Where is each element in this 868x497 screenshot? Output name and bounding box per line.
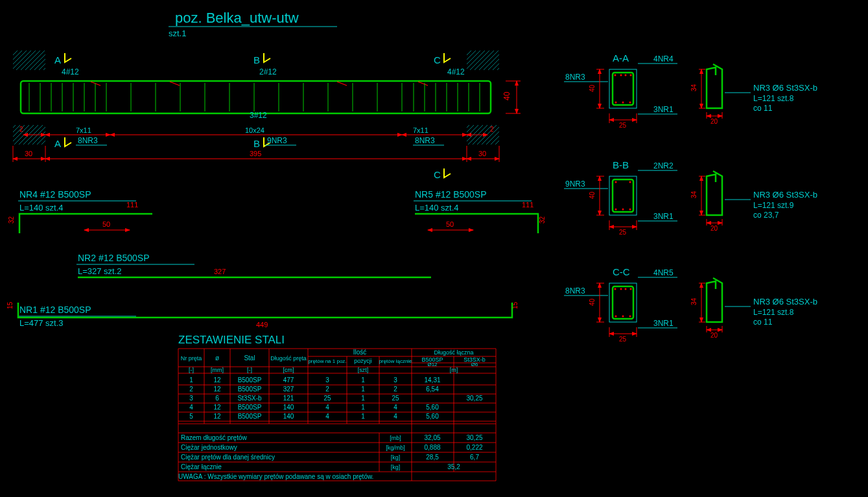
sum2-s: 0,222: [466, 444, 482, 451]
bar-nr2-sub: L=327 szt.2: [78, 266, 122, 276]
bar-nr4: NR4 #12 B500SP L=140 szt.4 111 32 50: [8, 189, 152, 233]
svg-point-112: [620, 288, 622, 290]
svg-point-67: [615, 102, 617, 104]
table-cell: 30,25: [466, 395, 482, 402]
table-cell: 3: [393, 376, 397, 384]
th-poz: pozycji: [354, 358, 372, 364]
stirrup-aa-w: 20: [710, 118, 718, 125]
elevation-view: A B C A B C 4#12 2#12 4#12: [13, 51, 521, 180]
sum1-l: Razem długość prętów: [181, 434, 247, 441]
sum1-u: [mb]: [390, 435, 401, 441]
stirrup-aa-title: NR3 Ø6 St3SX-b: [753, 83, 817, 93]
stirrup-aa-l2: L=121 szt.8: [753, 94, 794, 103]
sum4-l: Ciężar łącznie: [181, 463, 222, 470]
table-cell: 2: [325, 386, 329, 393]
table-cell: 4: [189, 404, 193, 411]
th-plac: prętów łącznie: [379, 358, 412, 364]
table-cell: 25: [323, 395, 331, 402]
bar-nr5-side: 32: [539, 216, 546, 224]
table-rows: 112B500SP47731314,31212B500SP3272126,543…: [178, 376, 496, 421]
table-cell: B500SP: [238, 413, 262, 420]
stirrup-mid: 10x24: [245, 126, 264, 134]
bar-nr4-sub: L=140 szt.4: [19, 203, 64, 213]
sec-bb-top: 2NR2: [653, 161, 674, 170]
stirrup-aa-h: 34: [690, 84, 698, 91]
section-cc: C-C 4NR5 8NR3 3NR1 40 25 34 20 NR3 Ø6 St…: [564, 266, 817, 343]
bar-nr5-len: 111: [522, 201, 534, 209]
u3: [-]: [247, 367, 252, 373]
bar-nr1-title: NR1 #12 B500SP: [19, 305, 91, 315]
table-cell: 1: [361, 404, 365, 411]
sum3-s: 6,7: [470, 454, 479, 461]
table-cell: B500SP: [238, 404, 262, 411]
bar-nr5-sub: L=140 szt.4: [415, 203, 459, 213]
stirrup-cc-h: 34: [690, 297, 698, 305]
th-stal: Stal: [244, 354, 255, 362]
th-dl: Długość pręta: [270, 355, 307, 362]
stirrup-bb-l2: L=121 szt.9: [753, 201, 794, 210]
table-cell: 12: [213, 413, 221, 420]
table-note: UWAGA : Wszystkie wymiary prętów podawan…: [178, 473, 373, 480]
svg-point-89: [629, 181, 631, 183]
stirrup-left: 7x11: [76, 126, 91, 134]
sec-cc-w: 25: [619, 336, 627, 343]
table-cell: 6: [215, 395, 219, 402]
sum2-l: Ciężar jednostkowy: [181, 444, 237, 451]
table-cell: 25: [392, 395, 399, 402]
u6: [m]: [450, 367, 458, 373]
callout-right: 8NR3: [415, 136, 435, 145]
sec-cc-top: 4NR5: [653, 268, 674, 277]
table-cell: 12: [213, 376, 221, 384]
table-cell: 3: [189, 395, 193, 402]
stirrup-bb-l3: co 23,7: [753, 211, 779, 220]
sum2-u: [kg/mb]: [386, 445, 405, 451]
svg-point-115: [615, 316, 617, 318]
svg-point-117: [629, 316, 631, 318]
u2: [mm]: [211, 367, 224, 373]
mark-b-bot: B: [253, 138, 260, 149]
stirrup-cc-l2: L=121 szt.8: [753, 308, 794, 317]
svg-point-65: [625, 75, 627, 76]
svg-point-91: [622, 209, 624, 211]
svg-point-68: [622, 102, 624, 104]
svg-point-63: [615, 75, 616, 76]
top-rebar-mid: 2#12: [259, 67, 277, 76]
bar-nr4-len: 111: [126, 201, 138, 209]
bar-nr5-title: NR5 #12 B500SP: [415, 189, 487, 200]
span-m: 395: [250, 150, 261, 157]
sec-cc-bot: 3NR1: [653, 319, 674, 328]
svg-point-90: [615, 209, 617, 211]
sum4-v: 35,2: [447, 463, 460, 470]
mark-a-top: A: [54, 54, 61, 65]
table-cell: 12: [213, 386, 221, 393]
sec-bb-h: 40: [589, 191, 596, 199]
sum1-b: 32,05: [424, 434, 440, 441]
table-title: ZESTAWIENIE STALI: [178, 334, 285, 346]
bar-nr4-hook: 50: [102, 220, 110, 228]
th-ilosc: Ilość: [353, 349, 367, 356]
table-cell: 5: [189, 413, 193, 420]
sec-aa-h: 40: [589, 84, 596, 92]
sec-aa-title: A-A: [613, 52, 629, 64]
bar-nr1-len: 449: [256, 321, 268, 329]
svg-rect-2: [467, 51, 499, 70]
bar-nr1-sub: L=477 szt.3: [19, 318, 64, 328]
table-cell: 14,31: [424, 376, 440, 384]
svg-rect-5: [21, 81, 491, 113]
table-cell: 1: [189, 376, 193, 384]
stirrup-bb-h: 34: [690, 191, 698, 198]
u4: [cm]: [283, 367, 294, 373]
table-cell: 1: [361, 413, 365, 420]
callout-left: 8NR3: [78, 136, 98, 145]
svg-rect-110: [613, 286, 633, 319]
table-cell: 4: [325, 413, 329, 420]
sum1-s: 30,25: [466, 434, 482, 441]
sec-cc-title: C-C: [613, 266, 630, 277]
steel-table: ZESTAWIENIE STALI Nr pręta ø Stal Długoś…: [178, 334, 496, 481]
stirrup-bb-w: 20: [710, 225, 718, 232]
table-cell: 2: [393, 386, 397, 393]
sec-aa-top: 4NR4: [653, 54, 674, 64]
mark-c-top: C: [434, 54, 441, 65]
svg-point-64: [620, 75, 622, 76]
section-aa: A-A 4NR4 8NR3 3NR1 40 25 34 20 NR3 Ø6 St…: [564, 52, 817, 129]
